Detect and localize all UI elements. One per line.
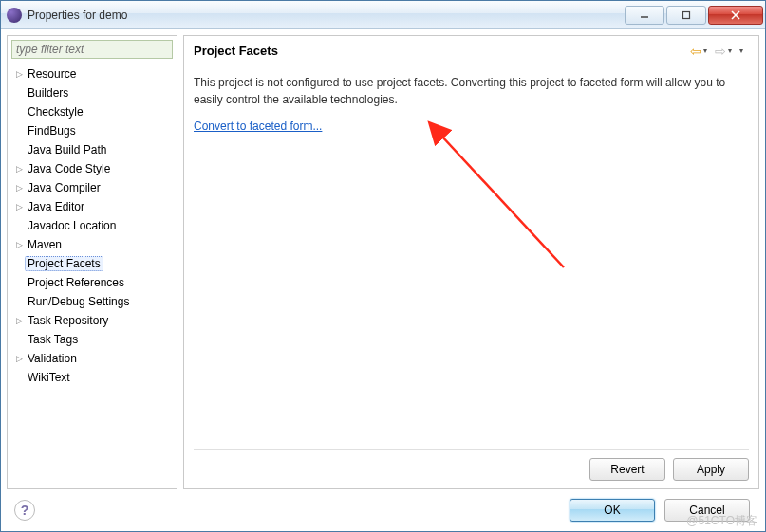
tree-item-label: Task Tags [25, 332, 81, 347]
window-title: Properties for demo [28, 9, 625, 22]
tree-item[interactable]: Java Build Path [8, 140, 177, 159]
category-tree[interactable]: ▷ResourceBuildersCheckstyleFindBugsJava … [8, 63, 177, 488]
tree-item[interactable]: ▷Resource [8, 64, 177, 83]
filter-input[interactable] [11, 40, 173, 59]
cancel-button[interactable]: Cancel [664, 499, 750, 522]
expander-icon[interactable]: ▷ [13, 183, 25, 193]
tree-item-label: Task Repository [25, 313, 111, 328]
tree-item-label: Project Facets [25, 256, 103, 271]
dialog-buttons: ? OK Cancel [7, 495, 759, 525]
tree-item-label: Java Editor [25, 199, 87, 214]
apply-button[interactable]: Apply [673, 458, 749, 481]
tree-item[interactable]: ▷Maven [8, 235, 177, 254]
tree-item-label: Run/Debug Settings [25, 294, 132, 309]
properties-dialog: Properties for demo ▷ResourceBuildersChe… [0, 0, 766, 532]
content-header: Project Facets ⇦ ▾ ⇨ ▾ ▾ [194, 44, 749, 64]
maximize-button[interactable] [666, 6, 706, 25]
main-row: ▷ResourceBuildersCheckstyleFindBugsJava … [7, 35, 759, 489]
tree-item[interactable]: Javadoc Location [8, 216, 177, 235]
tree-item-label: Validation [25, 351, 80, 366]
back-dropdown-icon[interactable]: ▾ [703, 46, 707, 55]
tree-item-label: Java Compiler [25, 180, 103, 195]
close-button[interactable] [708, 6, 763, 25]
category-sidebar: ▷ResourceBuildersCheckstyleFindBugsJava … [7, 35, 177, 489]
page-title: Project Facets [194, 44, 278, 58]
tree-item-label: Checkstyle [25, 104, 86, 119]
tree-item[interactable]: Task Tags [8, 330, 177, 349]
expander-icon[interactable]: ▷ [13, 69, 25, 79]
tree-item-label: Resource [25, 66, 79, 82]
titlebar[interactable]: Properties for demo [1, 1, 765, 29]
page-description: This project is not configured to use pr… [194, 74, 749, 108]
svg-line-4 [440, 135, 564, 267]
expander-icon[interactable]: ▷ [13, 164, 25, 174]
tree-item-label: Project References [25, 275, 127, 290]
tree-item[interactable]: ▷Task Repository [8, 311, 177, 330]
tree-item[interactable]: Project Facets [8, 254, 177, 273]
tree-item[interactable]: ▷Java Editor [8, 197, 177, 216]
tree-item-label: Javadoc Location [25, 218, 119, 233]
tree-item-label: Builders [25, 85, 71, 101]
minimize-button[interactable] [625, 6, 664, 25]
expander-icon[interactable]: ▷ [13, 354, 25, 363]
tree-item[interactable]: ▷Java Code Style [8, 159, 177, 178]
content-panel: Project Facets ⇦ ▾ ⇨ ▾ ▾ This project is… [183, 35, 759, 489]
dialog-body: ▷ResourceBuildersCheckstyleFindBugsJava … [1, 29, 765, 531]
forward-arrow-icon[interactable]: ⇨ [715, 45, 726, 58]
tree-item[interactable]: Builders [8, 83, 177, 102]
menu-dropdown-icon[interactable]: ▾ [739, 46, 743, 55]
convert-faceted-link[interactable]: Convert to faceted form... [194, 119, 749, 133]
tree-item[interactable]: WikiText [8, 368, 177, 387]
expander-icon[interactable]: ▷ [13, 240, 25, 249]
forward-dropdown-icon[interactable]: ▾ [728, 46, 732, 55]
tree-item[interactable]: Run/Debug Settings [8, 292, 177, 311]
svg-rect-1 [683, 11, 690, 18]
window-controls [625, 6, 763, 25]
tree-item[interactable]: ▷Java Compiler [8, 178, 177, 197]
nav-icons: ⇦ ▾ ⇨ ▾ ▾ [690, 45, 749, 58]
tree-item[interactable]: FindBugs [8, 121, 177, 140]
tree-item-label: Java Build Path [25, 142, 109, 157]
ok-button[interactable]: OK [570, 499, 655, 522]
annotation-arrow [421, 116, 592, 286]
back-arrow-icon[interactable]: ⇦ [690, 45, 701, 58]
tree-item[interactable]: Checkstyle [8, 102, 177, 121]
expander-icon[interactable]: ▷ [13, 316, 25, 325]
revert-button[interactable]: Revert [589, 458, 665, 481]
tree-item-label: Maven [25, 237, 65, 252]
page-actions: Revert Apply [194, 449, 749, 481]
tree-item[interactable]: ▷Validation [8, 349, 177, 368]
expander-icon[interactable]: ▷ [13, 202, 25, 211]
help-button[interactable]: ? [14, 500, 35, 521]
tree-item[interactable]: Project References [8, 273, 177, 292]
tree-item-label: FindBugs [25, 123, 79, 138]
tree-item-label: WikiText [25, 370, 73, 385]
tree-item-label: Java Code Style [25, 161, 113, 176]
eclipse-icon [7, 8, 22, 23]
